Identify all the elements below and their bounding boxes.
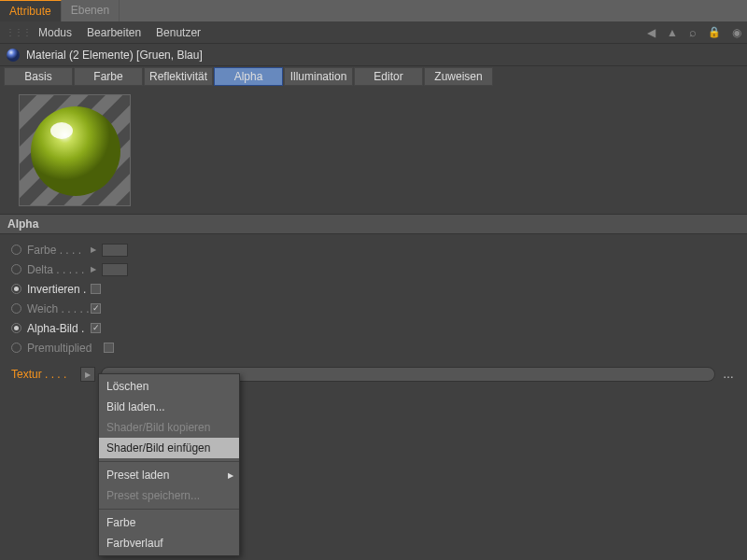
search-icon[interactable]: ⌕ — [689, 25, 697, 39]
label-alpha-bild: Alpha-Bild . — [27, 322, 91, 335]
radio-farbe[interactable] — [11, 245, 21, 255]
ctab-editor[interactable]: Editor — [354, 67, 423, 86]
channel-tab-bar: Basis Farbe Reflektivität Alpha Illumina… — [0, 66, 747, 87]
section-header-alpha: Alpha — [0, 214, 747, 234]
ctab-zuweisen[interactable]: Zuweisen — [424, 67, 493, 86]
checkbox-invertieren[interactable] — [91, 284, 101, 294]
chevron-right-icon: ▶ — [228, 471, 233, 480]
radio-alpha-bild[interactable] — [11, 323, 21, 333]
checkbox-weich[interactable]: ✓ — [91, 303, 101, 314]
textur-context-menu: Löschen Bild laden... Shader/Bild kopier… — [98, 373, 240, 556]
radio-invertieren[interactable] — [11, 284, 21, 294]
tab-attribute[interactable]: Attribute — [0, 0, 62, 21]
ctx-farbe[interactable]: Farbe — [99, 512, 239, 533]
settings-icon[interactable]: ◉ — [732, 26, 741, 39]
alpha-properties: Farbe . . . . ▶ Delta . . . . . ▶ Invert… — [0, 234, 747, 363]
checkbox-premultiplied[interactable] — [104, 343, 114, 353]
ctx-kopieren: Shader/Bild kopieren — [99, 417, 239, 438]
ctx-einfuegen[interactable]: Shader/Bild einfügen — [99, 438, 239, 458]
ctx-farbverlauf[interactable]: Farbverlauf — [99, 533, 239, 553]
radio-premultiplied[interactable] — [11, 343, 21, 353]
ctx-preset-laden-label: Preset laden — [106, 469, 169, 482]
material-sphere-icon — [6, 48, 21, 63]
ctab-alpha[interactable]: Alpha — [214, 67, 283, 86]
tab-ebenen[interactable]: Ebenen — [62, 0, 120, 21]
menu-separator — [99, 509, 239, 510]
textur-menu-button[interactable]: ▶ — [80, 367, 95, 382]
grip-icon: ⋮⋮⋮ — [6, 27, 31, 37]
ctab-farbe[interactable]: Farbe — [74, 67, 143, 86]
chevron-right-icon[interactable]: ▶ — [91, 265, 98, 273]
label-textur: Textur . . . . — [11, 368, 75, 381]
preview-area — [0, 87, 747, 214]
top-tab-bar: Attribute Ebenen — [0, 0, 747, 21]
nav-back-icon[interactable]: ◀ — [647, 26, 655, 39]
ctx-loeschen[interactable]: Löschen — [99, 376, 239, 397]
label-weich: Weich . . . . . — [27, 302, 91, 315]
ctx-preset-speichern: Preset speichern... — [99, 485, 239, 506]
nav-up-icon[interactable]: ▲ — [667, 26, 678, 39]
menu-bearbeiten[interactable]: Bearbeiten — [87, 26, 141, 39]
menu-modus[interactable]: Modus — [38, 26, 72, 39]
radio-weich[interactable] — [11, 303, 21, 314]
svg-point-5 — [50, 122, 73, 139]
label-premultiplied: Premultiplied — [27, 342, 104, 355]
label-invertieren: Invertieren . — [27, 283, 91, 296]
checkbox-alpha-bild[interactable]: ✓ — [91, 323, 101, 333]
label-delta: Delta . . . . . — [27, 263, 91, 276]
label-farbe: Farbe . . . . — [27, 244, 91, 257]
ctab-basis[interactable]: Basis — [4, 67, 73, 86]
ctab-reflekt[interactable]: Reflektivität — [144, 67, 213, 86]
browse-button[interactable]: … — [721, 367, 736, 382]
ctx-bild-laden[interactable]: Bild laden... — [99, 397, 239, 417]
color-swatch-delta[interactable] — [102, 263, 128, 276]
chevron-right-icon[interactable]: ▶ — [91, 245, 98, 254]
ctab-illumination[interactable]: Illumination — [284, 67, 353, 86]
material-header: Material (2 Elemente) [Gruen, Blau] — [0, 44, 747, 66]
radio-delta[interactable] — [11, 264, 21, 274]
svg-point-0 — [7, 49, 20, 62]
color-swatch-farbe[interactable] — [102, 244, 128, 257]
menu-bar: ⋮⋮⋮ Modus Bearbeiten Benutzer ◀ ▲ ⌕ 🔒 ◉ — [0, 21, 747, 44]
material-title: Material (2 Elemente) [Gruen, Blau] — [26, 49, 203, 62]
menu-benutzer[interactable]: Benutzer — [156, 26, 201, 39]
lock-icon[interactable]: 🔒 — [708, 26, 721, 38]
svg-point-4 — [31, 106, 120, 196]
material-preview[interactable] — [19, 94, 131, 206]
ctx-preset-laden[interactable]: Preset laden ▶ — [99, 465, 239, 485]
menu-separator — [99, 461, 239, 462]
